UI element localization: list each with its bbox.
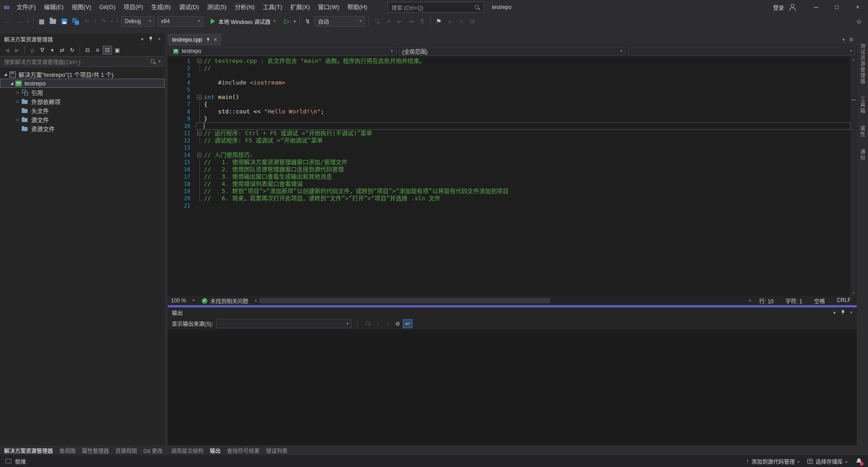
menu-item[interactable]: 调试(D)	[175, 0, 203, 14]
horizontal-scrollbar[interactable]: ◀ ▶	[252, 296, 753, 305]
code-line-8[interactable]: 8 std::cout << "Hello World!\n";	[171, 108, 850, 115]
hot-reload-icon[interactable]: ↯	[302, 16, 313, 27]
filter-icon[interactable]: ∇	[38, 46, 47, 55]
properties-icon[interactable]: ⊡	[103, 46, 112, 55]
window-position-icon[interactable]: ▾	[833, 310, 835, 315]
feedback-icon[interactable]: ☺	[854, 16, 864, 27]
menu-item[interactable]: 项目(P)	[119, 0, 147, 14]
vertical-scrollbar[interactable]: ▲ ▼	[850, 57, 857, 296]
dock-tab[interactable]: 解决方案资源管理器	[1, 445, 56, 455]
member-dropdown[interactable]: ▾	[628, 47, 855, 56]
code-editor[interactable]: 1−// testrepo.cpp : 此文件包含 "main" 函数。程序执行…	[168, 57, 857, 296]
code-line-7[interactable]: 7{	[171, 101, 850, 108]
code-line-2[interactable]: 2//	[171, 65, 850, 72]
line-indicator[interactable]: 行: 10	[753, 297, 779, 305]
column-indicator[interactable]: 字符: 1	[779, 297, 808, 305]
toggle-bookmark-icon[interactable]: ⚑	[433, 16, 444, 27]
solution-search-box[interactable]: 搜索解决方案资源管理器(Ctrl+;) ▾	[0, 56, 165, 67]
code-line-16[interactable]: 16// 2. 使用团队资源管理器窗口连接到源代码管理	[171, 166, 850, 173]
minimize-button[interactable]: ─	[806, 0, 826, 14]
menu-item[interactable]: 帮助(H)	[343, 0, 371, 14]
solution-root[interactable]: ◢解决方案“testrepo”(1 个项目/共 1 个)	[0, 70, 165, 79]
node-references[interactable]: ▷引用	[0, 88, 165, 97]
dock-tab[interactable]: 属性管理器	[79, 445, 112, 455]
select-repository-button[interactable]: 选择存储库 ▴	[807, 458, 847, 465]
code-line-21[interactable]: 21	[171, 202, 850, 209]
solution-configuration-combobox[interactable]: Debug ▾	[121, 16, 155, 27]
refresh-icon[interactable]: ↻	[67, 46, 77, 55]
menu-item[interactable]: 生成(B)	[147, 0, 175, 14]
code-line-3[interactable]: 3	[171, 72, 850, 79]
code-line-15[interactable]: 15// 1. 使用解决方案资源管理器窗口添加/管理文件	[171, 159, 850, 166]
menu-item[interactable]: 工具(T)	[259, 0, 286, 14]
output-content[interactable]	[168, 330, 857, 445]
code-line-6[interactable]: 6−int main()	[171, 94, 850, 101]
fold-collapse-icon[interactable]: −	[197, 153, 202, 157]
scroll-left-icon[interactable]: ◀	[254, 296, 256, 305]
tree-collapsed-icon[interactable]: ▷	[14, 118, 22, 122]
spaces-indicator[interactable]: 空格	[808, 297, 831, 305]
tab-testrepo-cpp[interactable]: testrepo.cpp ×	[168, 33, 222, 46]
pin-icon[interactable]	[148, 36, 153, 42]
output-header[interactable]: 输出 ▾ ×	[168, 307, 857, 317]
hot-reload-mode-combobox[interactable]: 自动 ▾	[314, 16, 365, 27]
code-line-19[interactable]: 19// 5. 转到“项目”>“添加新项”以创建新的代码文件，或转到“项目”>“…	[171, 188, 850, 195]
code-line-18[interactable]: 18// 4. 使用错误列表窗口查看错误	[171, 180, 850, 188]
new-project-icon[interactable]: ▦	[36, 16, 47, 27]
show-all-files-icon[interactable]: ≡	[93, 46, 102, 55]
auto-hide-tab[interactable]: 测试资源管理器	[859, 43, 866, 85]
scope-dropdown[interactable]: (全局范围) ▾	[399, 47, 626, 56]
dock-tab[interactable]: 类视图	[56, 445, 79, 455]
code-line-14[interactable]: 14−// 入门使用技巧:	[171, 151, 850, 159]
menu-item[interactable]: 测试(S)	[203, 0, 231, 14]
tree-expanded-icon[interactable]: ◢	[8, 81, 15, 85]
window-position-icon[interactable]: ▾	[141, 37, 143, 42]
code-line-12[interactable]: 12// 调试程序: F5 或调试 >“开始调试”菜单	[171, 137, 850, 144]
tree-collapsed-icon[interactable]: ▷	[14, 90, 22, 94]
code-line-11[interactable]: 11−// 运行程序: Ctrl + F5 或调试 >“开始执行(不调试)”菜单	[171, 130, 850, 137]
menu-item[interactable]: 窗口(W)	[314, 0, 343, 14]
auto-hide-tab[interactable]: 通知	[859, 149, 866, 161]
menu-item[interactable]: Git(G)	[95, 0, 119, 14]
close-icon[interactable]: ×	[850, 310, 853, 315]
maximize-button[interactable]: □	[826, 0, 847, 14]
menu-item[interactable]: 文件(F)	[13, 0, 40, 14]
scroll-up-icon[interactable]: ▲	[850, 58, 857, 61]
project-testrepo[interactable]: ◢testrepo	[0, 79, 165, 88]
collapse-all-icon[interactable]: ⊟	[83, 46, 92, 55]
save-all-icon[interactable]	[70, 16, 81, 27]
eol-indicator[interactable]: CRLF	[831, 297, 857, 305]
tree-collapsed-icon[interactable]: ▷	[14, 99, 22, 104]
menu-item[interactable]: 扩展(X)	[286, 0, 314, 14]
node-resource-files[interactable]: 资源文件	[0, 124, 165, 133]
quick-launch-search[interactable]: 搜索 (Ctrl+Q)	[387, 2, 484, 13]
auto-hide-tab[interactable]: 属性	[859, 126, 866, 137]
pin-icon[interactable]	[840, 310, 845, 315]
scroll-down-icon[interactable]: ▼	[850, 292, 857, 295]
menu-item[interactable]: 分析(N)	[231, 0, 259, 14]
code-line-9[interactable]: 9}	[171, 115, 850, 123]
fold-collapse-icon[interactable]: −	[197, 95, 202, 99]
scrollbar-thumb[interactable]	[259, 298, 550, 303]
menu-item[interactable]: 编辑(E)	[40, 0, 67, 14]
close-button[interactable]: ×	[847, 0, 868, 14]
open-file-icon[interactable]	[47, 16, 58, 27]
code-line-5[interactable]: 5	[171, 86, 850, 94]
dock-tab[interactable]: 输出	[207, 445, 224, 455]
user-profile-icon[interactable]	[788, 4, 796, 11]
solution-explorer-header[interactable]: 解决方案资源管理器 ▾ ×	[0, 33, 165, 44]
dock-tab[interactable]: 查找符号结果	[224, 445, 263, 455]
save-icon[interactable]	[59, 16, 70, 27]
code-line-10[interactable]: 10	[171, 123, 850, 130]
add-to-source-control-button[interactable]: ↑ 添加到源代码管理 ▴	[746, 458, 799, 465]
pin-icon[interactable]	[206, 37, 210, 42]
tree-expanded-icon[interactable]: ◢	[2, 72, 9, 76]
document-health-indicator[interactable]: 未找到相关问题	[198, 297, 252, 305]
auto-hide-tab[interactable]: 工具箱	[859, 96, 866, 114]
code-line-20[interactable]: 20// 6. 将来，若要再次打开此项目，请转到“文件”>“打开”>“项目”并选…	[171, 195, 850, 202]
code-line-13[interactable]: 13	[171, 144, 850, 151]
sync-with-active-document-icon[interactable]: ⇄	[57, 46, 67, 55]
node-external-dependencies[interactable]: ▷外部依赖项	[0, 97, 165, 106]
code-line-1[interactable]: 1−// testrepo.cpp : 此文件包含 "main" 函数。程序执行…	[171, 57, 850, 65]
menu-item[interactable]: 视图(V)	[68, 0, 95, 14]
